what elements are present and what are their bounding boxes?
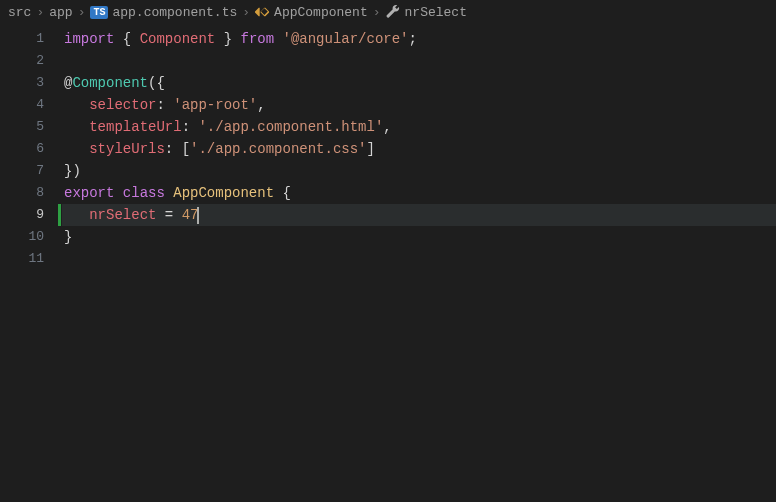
chevron-right-icon: › bbox=[78, 5, 86, 20]
line-number: 11 bbox=[0, 248, 44, 270]
code-line[interactable]: export class AppComponent { bbox=[62, 182, 776, 204]
code-line[interactable]: styleUrls: ['./app.component.css'] bbox=[62, 138, 776, 160]
code-line[interactable]: @Component({ bbox=[62, 72, 776, 94]
line-number: 8 bbox=[0, 182, 44, 204]
git-modified-indicator bbox=[58, 204, 61, 226]
class-icon bbox=[255, 5, 270, 20]
typescript-badge: TS bbox=[90, 6, 108, 19]
code-line[interactable]: } bbox=[62, 226, 776, 248]
line-number-gutter: 1 2 3 4 5 6 7 8 9 10 11 bbox=[0, 26, 62, 502]
chevron-right-icon: › bbox=[373, 5, 381, 20]
breadcrumb-class-label: AppComponent bbox=[274, 5, 368, 20]
chevron-right-icon: › bbox=[242, 5, 250, 20]
line-number: 3 bbox=[0, 72, 44, 94]
line-number: 2 bbox=[0, 50, 44, 72]
breadcrumb-item-property[interactable]: nrSelect bbox=[386, 5, 467, 20]
chevron-right-icon: › bbox=[36, 5, 44, 20]
line-number: 5 bbox=[0, 116, 44, 138]
line-number: 4 bbox=[0, 94, 44, 116]
breadcrumb[interactable]: src › app › TS app.component.ts › AppCom… bbox=[0, 0, 776, 26]
line-number: 7 bbox=[0, 160, 44, 182]
code-line[interactable]: }) bbox=[62, 160, 776, 182]
code-line[interactable] bbox=[62, 50, 776, 72]
breadcrumb-file-label: app.component.ts bbox=[112, 5, 237, 20]
code-line[interactable]: templateUrl: './app.component.html', bbox=[62, 116, 776, 138]
code-line-active[interactable]: nrSelect = 47 bbox=[62, 204, 776, 226]
breadcrumb-property-label: nrSelect bbox=[405, 5, 467, 20]
line-number: 9 bbox=[0, 204, 44, 226]
code-area[interactable]: import { Component } from '@angular/core… bbox=[62, 26, 776, 502]
code-editor[interactable]: 1 2 3 4 5 6 7 8 9 10 11 import { Compone… bbox=[0, 26, 776, 502]
wrench-icon bbox=[386, 5, 401, 20]
line-number: 10 bbox=[0, 226, 44, 248]
breadcrumb-item-app[interactable]: app bbox=[49, 5, 72, 20]
code-line[interactable] bbox=[62, 248, 776, 270]
breadcrumb-item-class[interactable]: AppComponent bbox=[255, 5, 368, 20]
breadcrumb-item-file[interactable]: TS app.component.ts bbox=[90, 5, 237, 20]
text-cursor bbox=[197, 207, 199, 224]
code-line[interactable]: selector: 'app-root', bbox=[62, 94, 776, 116]
breadcrumb-item-src[interactable]: src bbox=[8, 5, 31, 20]
line-number: 6 bbox=[0, 138, 44, 160]
line-number: 1 bbox=[0, 28, 44, 50]
code-line[interactable]: import { Component } from '@angular/core… bbox=[62, 28, 776, 50]
